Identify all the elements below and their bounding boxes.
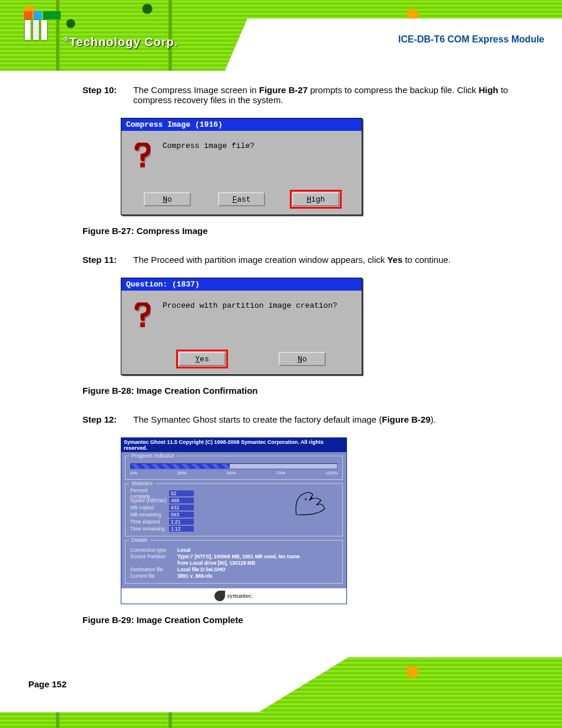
detail-value: Local file D:\iei.GHO: [177, 566, 226, 572]
no-button[interactable]: No: [279, 352, 326, 366]
stat-value: 1:12: [169, 526, 194, 532]
fast-button[interactable]: Fast: [218, 192, 265, 206]
question-mark-icon: [132, 302, 151, 328]
step-12-text: The Symantec Ghost starts to create the …: [133, 414, 436, 424]
details-group: Details Connection typeLocalSource Parti…: [125, 540, 343, 584]
progress-group: Progress Indicator 0% 25% 50% 75% 100%: [125, 456, 343, 480]
no-button[interactable]: No: [144, 192, 191, 206]
step-10: Step 10: The Compress Image screen in Fi…: [82, 85, 515, 105]
symantec-footer: symantec.: [121, 588, 346, 604]
detail-value: 3891 v_869.nls: [177, 573, 213, 579]
document-title: ICE-DB-T6 COM Express Module: [398, 34, 544, 45]
brand-text: ®Technology Corp.: [64, 35, 178, 49]
statistics-label: Statistics: [129, 480, 155, 486]
stat-label: Time remaining: [130, 526, 169, 532]
proceed-dialog-title: Question: (1837): [121, 278, 362, 291]
high-button[interactable]: High: [292, 192, 339, 206]
figure-27-caption: Figure B-27: Compress Image: [82, 226, 515, 236]
detail-label: [130, 560, 177, 566]
svg-point-3: [311, 498, 313, 499]
stat-value: 468: [169, 498, 194, 503]
step-10-key: Step 10:: [82, 85, 117, 105]
compress-dialog-title: Compress Image (1916): [121, 118, 362, 131]
stat-value: 52: [169, 490, 194, 496]
symantec-logo-icon: [214, 591, 225, 601]
svg-point-2: [305, 499, 307, 500]
step-11-text: The Proceed with partition image creatio…: [133, 255, 451, 265]
compress-dialog-msg: Compress image file?: [163, 141, 349, 150]
ghost-title-bar: Symantec Ghost 11.5 Copyright (C) 1998-2…: [121, 438, 346, 452]
brand-reg: ®: [64, 35, 70, 44]
stat-label: Time elapsed: [130, 519, 169, 525]
figure-29-caption: Figure B-29: Image Creation Complete: [82, 615, 515, 625]
ghost-progress-window: Symantec Ghost 11.5 Copyright (C) 1998-2…: [121, 437, 347, 604]
stat-value: 563: [169, 512, 194, 518]
svg-rect-1: [140, 322, 145, 327]
detail-row: Connection typeLocal: [130, 547, 338, 553]
detail-value: Local: [177, 547, 190, 553]
step-10-text: The Compress Image screen in Figure B-27…: [133, 85, 515, 105]
detail-label: Connection type: [130, 547, 177, 553]
detail-row: Destination fileLocal file D:\iei.GHO: [130, 566, 338, 572]
svg-rect-0: [140, 163, 145, 167]
stat-label: Speed (MB/min): [130, 498, 169, 503]
step-12-key: Step 12:: [82, 414, 117, 424]
stat-row: Time remaining1:12: [130, 525, 338, 532]
detail-label: Destination file: [130, 566, 177, 572]
statistics-group: Statistics Percent complete52Speed (MB/m…: [125, 483, 343, 536]
footer-circuit-bar: [0, 657, 562, 728]
progress-indicator-label: Progress Indicator: [129, 453, 177, 459]
detail-row: Current file3891 v_869.nls: [130, 573, 338, 579]
progress-bar: [130, 463, 338, 469]
step-12: Step 12: The Symantec Ghost starts to cr…: [82, 414, 515, 424]
step-11-key: Step 11:: [82, 255, 117, 265]
brand-name: Technology Corp.: [70, 35, 178, 48]
proceed-dialog: Question: (1837) Proceed with partition …: [121, 278, 362, 375]
page-number: Page 152: [28, 679, 67, 689]
stat-value: 632: [169, 505, 194, 510]
details-label: Details: [129, 537, 150, 543]
progress-scale: 0% 25% 50% 75% 100%: [130, 470, 338, 476]
detail-row: Source PartitionType:7 [NTFS], 100006 MB…: [130, 554, 338, 559]
detail-row: from Local drive [80], 130129 MB: [130, 560, 338, 566]
detail-value: from Local drive [80], 130129 MB: [177, 560, 255, 566]
step-11: Step 11: The Proceed with partition imag…: [82, 255, 515, 265]
compress-image-dialog: Compress Image (1916) Compress image fil…: [121, 118, 362, 215]
stat-label: MB remaining: [130, 512, 169, 518]
iei-logo: [24, 11, 65, 34]
yes-button[interactable]: Yes: [178, 352, 226, 366]
detail-value: Type:7 [NTFS], 100006 MB, 1951 MB used, …: [177, 554, 300, 559]
proceed-dialog-msg: Proceed with partition image creation?: [163, 301, 349, 310]
stat-value: 1:21: [169, 519, 194, 525]
figure-28-caption: Figure B-28: Image Creation Confirmation: [82, 386, 515, 396]
page-content: Step 10: The Compress Image screen in Fi…: [47, 77, 515, 644]
question-mark-icon: [132, 143, 151, 169]
detail-label: Current file: [130, 573, 177, 579]
ghost-icon: [292, 485, 325, 518]
stat-label: MB copied: [130, 505, 169, 510]
detail-label: Source Partition: [130, 554, 177, 559]
